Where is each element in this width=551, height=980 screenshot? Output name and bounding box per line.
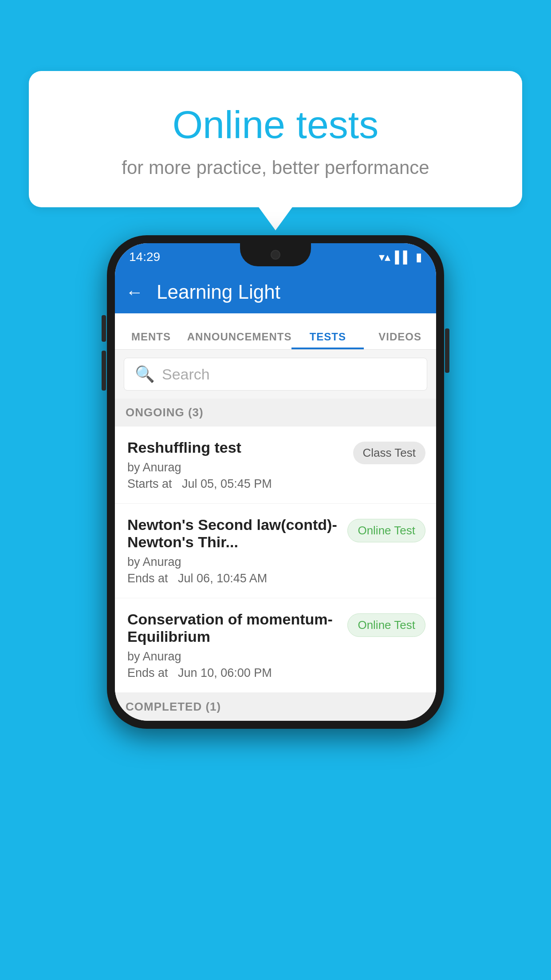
test-info-3: Conservation of momentum-Equilibrium by … — [127, 611, 347, 680]
tab-tests[interactable]: TESTS — [291, 331, 364, 349]
app-title: Learning Light — [157, 281, 280, 303]
volume-down-button[interactable] — [102, 351, 106, 391]
bubble-title: Online tests — [55, 102, 496, 147]
test-time-1: Starts at Jul 05, 05:45 PM — [127, 477, 344, 491]
bubble-subtitle: for more practice, better performance — [55, 157, 496, 178]
status-icons: ▾▴ ▌▌ ▮ — [379, 250, 422, 264]
notch — [240, 243, 311, 266]
speech-bubble-container: Online tests for more practice, better p… — [29, 71, 522, 207]
power-button[interactable] — [445, 328, 449, 373]
wifi-icon: ▾▴ — [379, 250, 390, 264]
test-badge-3: Online Test — [347, 613, 425, 637]
status-time: 14:29 — [129, 250, 160, 264]
search-container: 🔍 Search — [115, 350, 436, 399]
test-by-2: by Anurag — [127, 555, 338, 569]
search-placeholder: Search — [162, 366, 210, 383]
test-badge-1: Class Test — [353, 442, 425, 464]
test-name-2: Newton's Second law(contd)-Newton's Thir… — [127, 516, 338, 551]
status-bar: 14:29 ▾▴ ▌▌ ▮ — [115, 243, 436, 271]
ongoing-section-header: ONGOING (3) — [115, 399, 436, 427]
test-time-3: Ends at Jun 10, 06:00 PM — [127, 666, 338, 680]
test-by-3: by Anurag — [127, 650, 338, 664]
app-bar: ← Learning Light — [115, 271, 436, 313]
tab-ments[interactable]: MENTS — [115, 331, 187, 349]
test-name-1: Reshuffling test — [127, 439, 344, 456]
search-box[interactable]: 🔍 Search — [124, 358, 427, 391]
test-badge-2: Online Test — [347, 519, 425, 542]
battery-icon: ▮ — [416, 250, 422, 264]
camera-dot — [271, 250, 280, 260]
test-info-2: Newton's Second law(contd)-Newton's Thir… — [127, 516, 347, 585]
test-info-1: Reshuffling test by Anurag Starts at Jul… — [127, 439, 353, 491]
test-name-3: Conservation of momentum-Equilibrium — [127, 611, 338, 645]
completed-section-header: COMPLETED (1) — [115, 693, 436, 721]
tabs-bar: MENTS ANNOUNCEMENTS TESTS VIDEOS — [115, 313, 436, 350]
test-list: Reshuffling test by Anurag Starts at Jul… — [115, 427, 436, 693]
back-button[interactable]: ← — [126, 282, 143, 302]
test-item-3[interactable]: Conservation of momentum-Equilibrium by … — [115, 598, 436, 693]
test-item-2[interactable]: Newton's Second law(contd)-Newton's Thir… — [115, 504, 436, 598]
signal-icon: ▌▌ — [395, 250, 411, 264]
volume-up-button[interactable] — [102, 315, 106, 342]
search-icon: 🔍 — [135, 365, 155, 383]
phone-wrapper: 14:29 ▾▴ ▌▌ ▮ ← Learning Light MENTS — [107, 235, 444, 729]
tab-videos[interactable]: VIDEOS — [364, 331, 436, 349]
speech-bubble: Online tests for more practice, better p… — [29, 71, 522, 207]
test-by-1: by Anurag — [127, 461, 344, 474]
test-item-1[interactable]: Reshuffling test by Anurag Starts at Jul… — [115, 427, 436, 504]
phone-screen: 14:29 ▾▴ ▌▌ ▮ ← Learning Light MENTS — [115, 243, 436, 721]
phone-outer: 14:29 ▾▴ ▌▌ ▮ ← Learning Light MENTS — [107, 235, 444, 729]
test-time-2: Ends at Jul 06, 10:45 AM — [127, 572, 338, 585]
tab-announcements[interactable]: ANNOUNCEMENTS — [187, 331, 292, 349]
